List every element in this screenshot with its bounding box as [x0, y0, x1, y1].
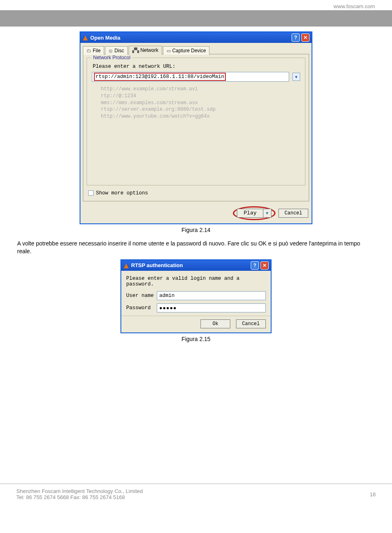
url-input[interactable]: rtsp://admin:123@192.168.1.11:88/videoMa…: [92, 72, 289, 82]
folder-icon: 🗀: [87, 48, 91, 53]
example-line: http://www.example.com/stream.avi: [101, 86, 300, 93]
close-button[interactable]: ✕: [261, 261, 269, 270]
help-button[interactable]: ?: [251, 261, 259, 270]
document-footer: Shenzhen Foscam Intelligent Technology C…: [0, 484, 392, 504]
auth-titlebar: RTSP authentication ? ✕: [121, 260, 271, 271]
ok-button[interactable]: Ok: [200, 319, 230, 328]
tab-disc-label: Disc: [114, 48, 124, 54]
tab-capture-label: Capture Device: [172, 48, 206, 54]
network-icon: ▞▚: [132, 48, 139, 53]
tab-file-label: File: [93, 48, 100, 54]
footer-tel: Tel: 86 755 2674 5668 Fax: 86 755 2674 5…: [16, 494, 143, 500]
url-prompt-label: Please enter a network URL:: [93, 64, 300, 69]
auth-cancel-button[interactable]: Cancel: [236, 319, 266, 328]
header-url: www.foscam.com: [0, 0, 392, 10]
open-media-body: Network Protocol Please enter a network …: [83, 54, 309, 201]
body-whitespace: [92, 120, 300, 179]
example-line: http://www.yourtube.com/watch?v=gg64x: [101, 113, 300, 120]
open-media-dialog: Open Media ? ✕ 🗀 File ◎ Disc ▞▚ Network …: [80, 31, 312, 224]
footer-page-number: 18: [370, 491, 376, 497]
example-line: rtp://@:1234: [101, 93, 300, 100]
example-line: rtsp://server.example.org:8080/test.sdp: [101, 106, 300, 113]
top-grey-bar: [0, 10, 392, 27]
url-combo-row: rtsp://admin:123@192.168.1.11:88/videoMa…: [92, 72, 300, 82]
auth-title: RTSP authentication: [131, 262, 183, 268]
username-row: User name admin: [126, 291, 266, 300]
close-button[interactable]: ✕: [301, 33, 310, 42]
page-content: Open Media ? ✕ 🗀 File ◎ Disc ▞▚ Network …: [0, 27, 392, 504]
tab-network[interactable]: ▞▚ Network: [129, 46, 162, 55]
disc-icon: ◎: [109, 48, 113, 54]
help-button[interactable]: ?: [292, 33, 300, 42]
password-input[interactable]: ●●●●●: [157, 303, 266, 312]
body-paragraph: A volte potrebbe essere necessario inser…: [17, 240, 375, 255]
password-row: Password ●●●●●: [126, 303, 266, 312]
more-options-checkbox[interactable]: [88, 190, 94, 196]
auth-body: Please enter a valid login name and a pa…: [121, 271, 271, 332]
rtsp-auth-dialog: RTSP authentication ? ✕ Please enter a v…: [120, 259, 272, 333]
play-dropdown-button[interactable]: ▼: [263, 209, 272, 218]
more-options-label: Show more options: [96, 190, 148, 196]
open-media-footer: Play ▼ Cancel: [80, 204, 312, 223]
open-media-title: Open Media: [90, 35, 120, 41]
more-options-row: Show more options: [88, 190, 304, 196]
username-label: User name: [126, 293, 157, 299]
capture-icon: ▭: [167, 48, 171, 54]
auth-prompt: Please enter a valid login name and a pa…: [126, 276, 266, 287]
tab-network-label: Network: [140, 47, 158, 53]
url-examples: http://www.example.com/stream.avi rtp://…: [92, 84, 300, 120]
cancel-button[interactable]: Cancel: [278, 209, 308, 218]
footer-left: Shenzhen Foscam Intelligent Technology C…: [16, 488, 143, 500]
password-label: Password: [126, 305, 157, 311]
play-button-group: Play ▼: [237, 209, 271, 218]
tab-file[interactable]: 🗀 File: [83, 46, 104, 55]
tab-capture[interactable]: ▭ Capture Device: [163, 46, 210, 55]
auth-separator: [121, 316, 271, 316]
url-dropdown-button[interactable]: ▼: [292, 73, 300, 81]
vlc-cone-icon: [82, 35, 88, 40]
url-value-highlight: rtsp://admin:123@192.168.1.11:88/videoMa…: [94, 73, 226, 81]
network-protocol-group: Network Protocol Please enter a network …: [87, 58, 305, 185]
username-input[interactable]: admin: [157, 291, 266, 300]
figure-caption-215: Figura 2.15: [17, 336, 375, 342]
play-button[interactable]: Play: [237, 209, 263, 218]
tab-disc[interactable]: ◎ Disc: [105, 46, 127, 55]
footer-company: Shenzhen Foscam Intelligent Technology C…: [16, 488, 143, 494]
play-highlight-ring: Play ▼: [233, 206, 275, 220]
tabs-strip: 🗀 File ◎ Disc ▞▚ Network ▭ Capture Devic…: [80, 43, 312, 54]
fieldset-legend: Network Protocol: [91, 55, 132, 60]
open-media-titlebar: Open Media ? ✕: [80, 32, 312, 43]
figure-caption-214: Figura 2.14: [17, 227, 375, 233]
example-line: mms://mms.examples.com/stream.asx: [101, 100, 300, 107]
auth-actions: Ok Cancel: [126, 319, 266, 328]
vlc-cone-icon: [123, 263, 129, 268]
